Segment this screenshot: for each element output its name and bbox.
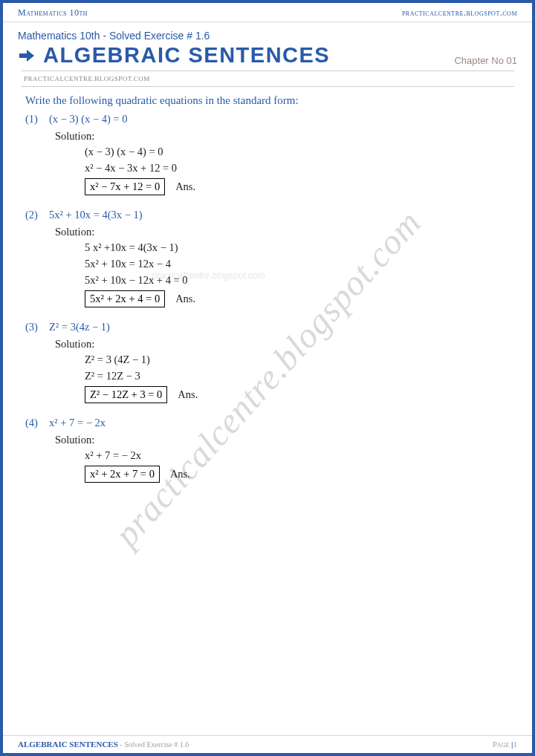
solution-label: Solution: xyxy=(55,130,510,143)
problem-question: x² + 7 = − 2x xyxy=(49,417,106,428)
subheader-url: PRACTICALCENTRE.BLOGSPOT.COM xyxy=(21,71,514,87)
problem-2: (2)5x² + 10x = 4(3x − 1) Solution: 5 x² … xyxy=(25,209,510,307)
answer-box: Z² − 12Z + 3 = 0 xyxy=(85,386,167,403)
footer-title: ALGEBRAIC SENTENCES xyxy=(18,740,118,749)
problem-4: (4)x² + 7 = − 2x Solution: x² + 7 = − 2x… xyxy=(25,417,510,483)
header-left: Mathematics 10th xyxy=(18,7,88,19)
solution-step: (x − 3) (x − 4) = 0 xyxy=(85,146,510,158)
problem-number: (1) xyxy=(25,113,49,126)
problem-1: (1)(x − 3) (x − 4) = 0 Solution: (x − 3)… xyxy=(25,113,510,195)
solution-step: 5x² + 10x = 12x − 4 xyxy=(85,258,510,270)
page-footer: ALGEBRAIC SENTENCES - Solved Exercise # … xyxy=(3,735,532,749)
subtitle: Mathematics 10th - Solved Exercise # 1.6 xyxy=(18,30,517,42)
answer-label: Ans. xyxy=(175,180,195,193)
answer-label: Ans. xyxy=(170,468,190,480)
solution-label: Solution: xyxy=(55,338,510,351)
solution-label: Solution: xyxy=(55,226,510,238)
page-number: 1 xyxy=(513,740,518,749)
problem-question: (x − 3) (x − 4) = 0 xyxy=(49,113,127,125)
answer-box: x² + 2x + 7 = 0 xyxy=(85,466,160,483)
chapter-label: Chapter No 01 xyxy=(454,55,517,66)
problem-question: Z² = 3(4z − 1) xyxy=(49,321,110,333)
solution-step: 5 x² +10x = 4(3x − 1) xyxy=(85,241,510,254)
page-label: Page xyxy=(493,740,511,749)
arrow-right-icon xyxy=(18,48,36,64)
page-title: ALGEBRAIC SENTENCES xyxy=(43,43,330,68)
problem-number: (2) xyxy=(25,209,49,221)
problem-number: (4) xyxy=(25,417,49,429)
footer-subtitle: - Solved Exercise # 1.6 xyxy=(118,740,189,749)
solution-step: x² − 4x − 3x + 12 = 0 xyxy=(85,162,510,175)
solution-step: x² + 7 = − 2x xyxy=(85,449,510,462)
title-block: Mathematics 10th - Solved Exercise # 1.6… xyxy=(3,22,532,68)
answer-label: Ans. xyxy=(175,293,195,305)
answer-box: 5x² + 2x + 4 = 0 xyxy=(85,290,165,307)
problem-3: (3)Z² = 3(4z − 1) Solution: Z² = 3 (4Z −… xyxy=(25,321,510,403)
solution-step: 5x² + 10x − 12x + 4 = 0 xyxy=(85,274,510,287)
problem-number: (3) xyxy=(25,321,49,333)
instruction-text: Write the following quadratic equations … xyxy=(25,94,510,107)
solution-step: Z² = 3 (4Z − 1) xyxy=(85,353,510,366)
solution-label: Solution: xyxy=(55,434,510,446)
answer-label: Ans. xyxy=(178,388,198,401)
solution-step: Z² = 12Z − 3 xyxy=(85,370,510,382)
header-right: practicalcentre.blogspot.com xyxy=(402,7,517,19)
answer-box: x² − 7x + 12 = 0 xyxy=(85,178,165,195)
problem-question: 5x² + 10x = 4(3x − 1) xyxy=(49,209,143,221)
page-header: Mathematics 10th practicalcentre.blogspo… xyxy=(3,3,532,22)
content-area: Write the following quadratic equations … xyxy=(3,87,532,483)
